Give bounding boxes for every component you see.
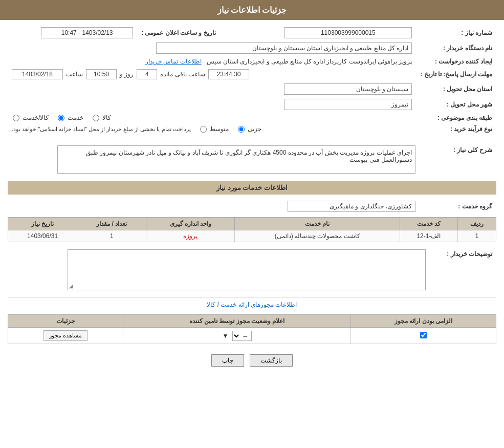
process-desc: پرداخت تمام یا بخشی از مبلغ خریدار از مح… [12, 126, 191, 133]
process-label: نوع فرآیند خرید : [416, 123, 496, 135]
resize-handle-icon: ◢ [69, 283, 73, 289]
service-group-value: کشاورزی، جنگلداری و ماهیگیری [288, 201, 415, 212]
category-khadamat-option[interactable]: خدمت [57, 114, 83, 121]
response-time-label: ساعت [66, 71, 83, 78]
permit-required-cell [351, 328, 496, 344]
response-remaining-value: 23:44:30 [208, 69, 249, 79]
creator-value: پرویز براهوئی ایراندوست کاربرداز اداره ک… [207, 58, 412, 65]
category-label: طبقه بندی موضوعی : [416, 112, 496, 123]
announce-datetime-label: تاریخ و ساعت اعلان عمومی : [137, 25, 220, 40]
response-deadline-label: مهلت ارسال پاسخ: تا تاریخ : [416, 67, 496, 81]
general-desc-value: اجرای عملیات پروژه مدیریت پخش آب در محدو… [57, 145, 415, 174]
print-button[interactable]: چاپ [211, 354, 244, 367]
col-permit-required: الزامی بودن ارائه مجوز [351, 315, 496, 328]
need-number-label: شماره نیاز : [416, 25, 496, 40]
announce-datetime-value: 1403/02/13 - 10:47 [41, 27, 133, 38]
category-kala-khadamat-option[interactable]: کالا/خدمت [12, 114, 49, 121]
permit-required-checkbox[interactable] [420, 332, 427, 338]
buyer-org-label: نام دستگاه خریدار : [416, 40, 496, 56]
need-number-value: 1103003999000015 [284, 27, 412, 38]
category-kala-khadamat-label: کالا/خدمت [23, 114, 49, 121]
col-need-date: تاریخ نیاز [8, 218, 77, 230]
col-permit-status: اعلام وضعیت مجوز توسط تامین کننده [123, 315, 351, 328]
view-permit-button[interactable]: مشاهده مجوز [43, 330, 87, 341]
process-motavaset-radio[interactable] [200, 126, 207, 133]
page-header: جزئیات اطلاعات نیاز [0, 0, 504, 20]
process-jozi-label: جزیی [248, 125, 261, 133]
permit-details-cell: مشاهده مجوز [8, 328, 123, 344]
response-days-value: 4 [137, 69, 157, 79]
process-motavaset-label: متوسط [210, 125, 229, 133]
col-row-num: ردیف [457, 218, 496, 230]
category-khadamat-label: خدمت [68, 114, 83, 121]
cell-service-code: الف-1-12 [400, 230, 457, 242]
cell-quantity: 1 [77, 230, 146, 242]
cell-row-num: 1 [457, 230, 496, 242]
col-unit: واحد اندازه گیری [146, 218, 235, 230]
general-desc-label: شرح کلی نیاز : [420, 143, 496, 176]
permit-status-cell: -- ▼ [123, 328, 351, 344]
process-jozi-option[interactable]: جزیی [237, 125, 261, 133]
buyer-org-value: اداره کل منابع طبیعی و ابخیزداری استان س… [156, 42, 412, 54]
page-title: جزئیات اطلاعات نیاز [217, 6, 287, 14]
creator-contact-link[interactable]: اطلاعات تماس خریدار [145, 58, 202, 65]
province-label: استان محل تحویل : [416, 81, 496, 97]
footer-buttons: بازگشت چاپ [8, 344, 496, 377]
service-group-label: گروه خدمت : [420, 199, 496, 214]
col-permit-details: جزئیات [8, 315, 123, 328]
response-date-value: 1403/02/18 [12, 69, 63, 79]
permit-status-select[interactable]: -- [232, 331, 252, 341]
category-khadamat-radio[interactable] [58, 115, 64, 121]
category-kala-radio[interactable] [93, 115, 99, 121]
process-motavaset-option[interactable]: متوسط [199, 125, 229, 133]
category-kala-label: کالا [102, 114, 111, 121]
permit-row: -- ▼ مشاهده مجوز [8, 328, 496, 344]
buyer-notes-box: ◢ [68, 249, 426, 290]
category-kala-khadamat-radio[interactable] [13, 115, 19, 121]
process-jozi-radio[interactable] [238, 126, 245, 133]
cell-unit: پروژه [146, 230, 235, 242]
category-kala-option[interactable]: کالا [92, 114, 111, 121]
response-days-label: روز و [120, 71, 134, 78]
services-section-title: اطلاعات خدمات مورد نیاز [8, 181, 496, 195]
buyer-notes-label: توضیحات خریدار : [430, 247, 496, 292]
back-button[interactable]: بازگشت [250, 354, 293, 367]
col-service-name: نام خدمت [235, 218, 400, 230]
city-value: نیمروز [284, 99, 412, 110]
response-remaining-label: ساعت باقی مانده [160, 71, 205, 78]
response-time-value: 10:50 [86, 69, 117, 79]
creator-label: ایجاد کننده درخواست : [416, 56, 496, 67]
city-label: شهر محل تحویل : [416, 97, 496, 112]
col-service-code: کد خدمت [400, 218, 457, 230]
col-quantity: تعداد / مقدار [77, 218, 146, 230]
table-row: 1 الف-1-12 کاشت محصولات چندساله (دائمی) … [8, 230, 496, 242]
cell-service-name: کاشت محصولات چندساله (دائمی) [235, 230, 400, 242]
permits-section-title: اطلاعات مجوزهای ارائه خدمت / کالا [8, 297, 496, 311]
cell-need-date: 1403/06/31 [8, 230, 77, 242]
province-value: سیستان و بلوچستان [284, 83, 412, 95]
